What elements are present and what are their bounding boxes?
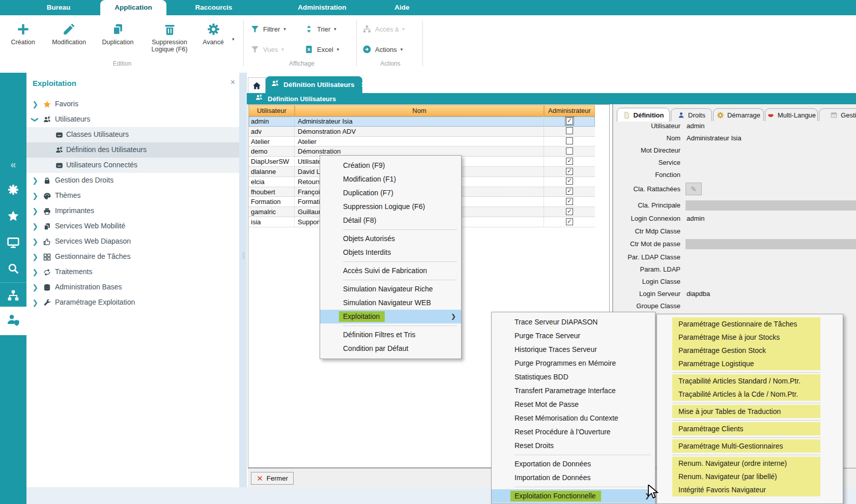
table-header-nom[interactable]: Nom	[295, 105, 544, 116]
ribbon-button-filtrer[interactable]: Filtrer▾	[250, 23, 286, 35]
dropdown-caret-icon[interactable]: ▾	[337, 47, 339, 52]
admin-checkbox[interactable]: ✓	[566, 208, 573, 215]
menu-item-purge-programmes-en-mémoire[interactable]: Purge Programmes en Mémoire	[492, 357, 655, 370]
menu-item-reset-procédure-à-l-ouverture[interactable]: Reset Procédure à l'Ouverture	[492, 425, 655, 439]
menu-item-trace-serveur-diapason[interactable]: Trace Serveur DIAPASON	[492, 315, 655, 329]
search-icon[interactable]	[0, 258, 26, 279]
menu-item-paramétrage-logistique[interactable]: Paramétrage Logistique	[657, 357, 843, 370]
sidebar-item-traitements[interactable]: ❯Traitements	[26, 264, 239, 280]
dropdown-caret-icon[interactable]: ▾	[334, 26, 336, 32]
menu-item-historique-traces-serveur[interactable]: Historique Traces Serveur	[492, 343, 655, 357]
menu-item-purge-trace-serveur[interactable]: Purge Trace Serveur	[492, 329, 655, 343]
ribbon-button-modification[interactable]: Modification	[45, 21, 93, 61]
user-shield-icon[interactable]	[0, 310, 26, 330]
ribbon-button-trier[interactable]: Trier▾	[304, 23, 336, 35]
menu-item-intégrité-favoris-navigateur[interactable]: Intégrité Favoris Navigateur	[657, 483, 843, 496]
admin-checkbox[interactable]	[566, 147, 573, 155]
menu-item-mise-à-jour-tables-de-traduction[interactable]: Mise à jour Tables de Traduction	[657, 405, 843, 418]
admin-checkbox[interactable]: ✓	[566, 158, 573, 165]
menu-item-traçabilité-articles-standard---nom-ptr-[interactable]: Traçabilité Articles Standard / Nom.Ptr.	[657, 374, 843, 388]
home-tab[interactable]	[248, 77, 266, 94]
fermer-button[interactable]: ✕ Fermer	[251, 472, 294, 485]
admin-checkbox[interactable]	[566, 127, 573, 134]
menu-item-paramétrage-clients[interactable]: Paramétrage Clients	[657, 422, 843, 435]
chevron-right-icon[interactable]: ❯	[32, 253, 39, 261]
tab-definition-utilisateurs[interactable]: Définition Utilisateurs ✕	[266, 76, 362, 93]
menu-item-reset-mémorisation-du-contexte[interactable]: Reset Mémorisation du Contexte	[492, 411, 655, 425]
admin-checkbox[interactable]: ✓	[566, 117, 573, 125]
table-header-administrateur[interactable]: Administrateur	[544, 105, 595, 116]
ribbon-button-actions[interactable]: Actions▾	[362, 43, 403, 55]
ribbon-button-excel[interactable]: Excel▾	[304, 43, 339, 55]
detail-tab-droits[interactable]: Droits	[671, 108, 712, 121]
splitter-handle[interactable]: ⁘⁘⁘	[241, 252, 246, 259]
sitemap-icon[interactable]	[0, 285, 26, 306]
sidebar-item-gestion-des-droits[interactable]: ❯Gestion des Droits	[26, 173, 239, 188]
ribbon-button-création[interactable]: Création	[3, 21, 43, 61]
dropdown-caret-icon[interactable]: ▾	[283, 26, 286, 32]
menu-item-paramétrage-mise-à-jour-stocks[interactable]: Paramétrage Mise à jour Stocks	[657, 331, 843, 344]
menu-item-statistiques-bdd[interactable]: Statistiques BDD	[492, 370, 655, 384]
menu-item-simulation-navigateur-web[interactable]: Simulation Navigateur WEB	[320, 296, 461, 310]
sidebar-item-favoris[interactable]: ❯Favoris	[26, 97, 239, 112]
dropdown-caret-icon[interactable]: ▾	[401, 47, 403, 52]
menubar-tab-application[interactable]: Application	[100, 0, 166, 15]
monitor-icon[interactable]	[0, 232, 26, 253]
sidebar-item-thèmes[interactable]: ❯Thèmes	[26, 188, 239, 203]
classes-rattachees-button[interactable]: ✎	[686, 183, 702, 195]
menu-item-importation-de-données[interactable]: Importation de Données	[492, 471, 655, 485]
sidebar-item-administration-bases[interactable]: ❯Administration Bases	[26, 280, 239, 295]
menu-item-suppression-logique--f6-[interactable]: Suppression Logique (F6)	[320, 200, 461, 214]
menu-item-objets-interdits[interactable]: Objets Interdits	[320, 246, 461, 259]
chevron-right-icon[interactable]: ❯	[32, 100, 39, 108]
menu-item-reset-mot-de-passe[interactable]: Reset Mot de Passe	[492, 398, 655, 411]
ribbon-button-suppression[interactable]: Suppression Logique (F6)	[142, 21, 196, 61]
menu-item-renum--navigateur--ordre-interne-[interactable]: Renum. Navigateur (ordre interne)	[657, 457, 843, 470]
detail-tab-multi-langue[interactable]: Multi-Langue	[765, 108, 818, 121]
menu-item-exploitation-fonctionnelle[interactable]: Exploitation Fonctionnelle❯	[492, 489, 655, 503]
menu-item-exportation-de-données[interactable]: Exportation de Données	[492, 457, 655, 471]
admin-checkbox[interactable]: ✓	[566, 168, 573, 175]
wheel-icon[interactable]	[0, 180, 26, 200]
menu-item-détail--f8-[interactable]: Détail (F8)	[320, 214, 461, 227]
chevron-right-icon[interactable]: ❯	[32, 268, 39, 276]
chevron-right-icon[interactable]: ❯	[32, 192, 39, 200]
tab-close-icon[interactable]: ✕	[361, 81, 366, 88]
menubar-tab-aide[interactable]: Aide	[384, 0, 420, 15]
menu-item-paramétrage-multi-gestionnaires[interactable]: Paramétrage Multi-Gestionnaires	[657, 439, 843, 453]
chevron-down-icon[interactable]: ❯	[31, 116, 39, 123]
star-icon[interactable]	[0, 206, 26, 226]
menubar-tab-administration[interactable]: Administration	[281, 0, 363, 15]
menu-item-traçabilité-articles-à-la-cde---nom-ptr-[interactable]: Traçabilité Articles à la Cde / Nom.Ptr.	[657, 388, 843, 401]
detail-tab-démarrage[interactable]: Démarrage	[713, 108, 764, 121]
sidebar-item-gestionnaire-de-tâches[interactable]: ❯Gestionnaire de Tâches	[26, 249, 239, 264]
menu-item-accès-suivi-de-fabrication[interactable]: Accès Suivi de Fabrication	[320, 264, 461, 278]
sidebar-item-classes-utilisateurs[interactable]: Classes Utilisateurs	[26, 127, 239, 142]
chevron-right-icon[interactable]: ❯	[32, 207, 39, 215]
table-header-utilisateur[interactable]: Utilisateur	[249, 105, 295, 116]
sidebar-item-imprimantes[interactable]: ❯Imprimantes	[26, 203, 239, 219]
table-row[interactable]: AtelierAtelier	[249, 137, 595, 147]
menu-item-transfert-parametrage-interface[interactable]: Transfert Parametrage Interface	[492, 384, 655, 398]
sidebar-item-utilisateurs[interactable]: ❯Utilisateurs	[26, 112, 239, 127]
menu-item-création--f9-[interactable]: Création (F9)	[320, 159, 461, 172]
chevron-right-icon[interactable]: ❯	[32, 176, 39, 185]
dropdown-caret-icon[interactable]: ▾	[402, 26, 405, 32]
chevron-right-icon[interactable]: ❯	[32, 238, 39, 246]
dropdown-caret-icon[interactable]: ▾	[281, 47, 284, 52]
table-row[interactable]: adminAdministrateur Isia✓	[249, 116, 595, 127]
avance-dropdown-icon[interactable]: ▾	[232, 37, 235, 42]
menubar-tab-raccourcis[interactable]: Raccourcis	[183, 0, 244, 15]
menu-item-renum--navigateur--par-libellé-[interactable]: Renum. Navigateur (par libellé)	[657, 470, 843, 483]
menu-item-reset-droits[interactable]: Reset Droits	[492, 439, 655, 453]
menubar-tab-bureau[interactable]: Bureau	[31, 0, 87, 15]
menu-item-objets-autorisés[interactable]: Objets Autorisés	[320, 232, 461, 246]
sidebar-item-paramétrage-exploitation[interactable]: ❯Paramétrage Exploitation	[26, 295, 239, 310]
admin-checkbox[interactable]: ✓	[566, 188, 573, 195]
admin-checkbox[interactable]	[566, 137, 573, 144]
sidebar-item-services-web-mobilité[interactable]: ❯Services Web Mobilité	[26, 219, 239, 234]
table-row[interactable]: advDémonstration ADV	[249, 127, 595, 137]
chevron-right-icon[interactable]: ❯	[32, 283, 39, 291]
panel-splitter[interactable]: ⁘⁘⁘	[239, 73, 247, 487]
ribbon-button-duplication[interactable]: Duplication	[94, 21, 142, 61]
